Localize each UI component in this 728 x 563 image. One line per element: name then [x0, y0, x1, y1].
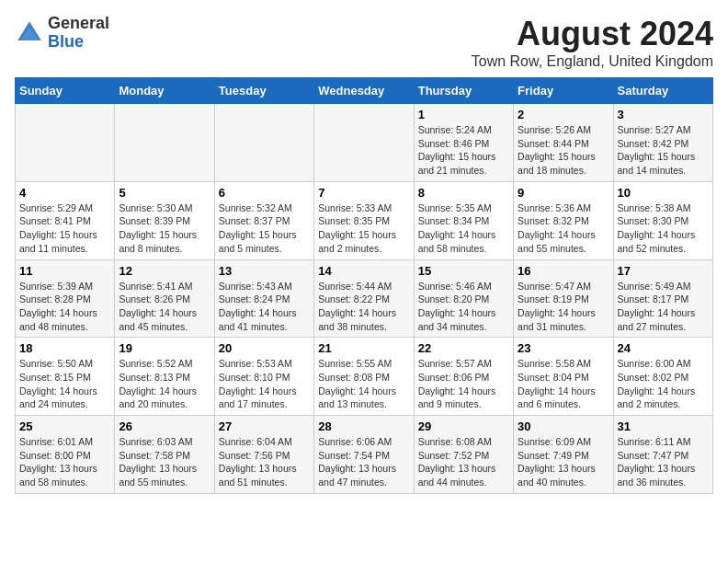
day-number: 15	[418, 264, 509, 278]
day-info: Sunrise: 5:27 AM Sunset: 8:42 PM Dayligh…	[618, 123, 709, 178]
logo-general-label: General	[48, 15, 109, 33]
calendar-row-3: 11Sunrise: 5:39 AM Sunset: 8:28 PM Dayli…	[16, 259, 713, 338]
day-info: Sunrise: 5:47 AM Sunset: 8:19 PM Dayligh…	[518, 280, 609, 334]
calendar-cell: 1Sunrise: 5:24 AM Sunset: 8:46 PM Daylig…	[414, 104, 513, 182]
page-header: General Blue August 2024 Town Row, Engla…	[15, 15, 713, 70]
logo-text: General Blue	[48, 15, 109, 52]
calendar-cell: 30Sunrise: 6:09 AM Sunset: 7:49 PM Dayli…	[514, 416, 613, 494]
day-number: 14	[318, 264, 409, 278]
calendar-cell: 19Sunrise: 5:52 AM Sunset: 8:13 PM Dayli…	[115, 338, 214, 416]
calendar-cell: 22Sunrise: 5:57 AM Sunset: 8:06 PM Dayli…	[414, 338, 513, 416]
day-info: Sunrise: 6:08 AM Sunset: 7:52 PM Dayligh…	[418, 435, 509, 489]
day-number: 8	[418, 186, 509, 200]
day-info: Sunrise: 5:41 AM Sunset: 8:26 PM Dayligh…	[119, 280, 210, 334]
day-number: 1	[418, 108, 509, 121]
day-number: 24	[618, 341, 709, 355]
calendar-row-2: 4Sunrise: 5:29 AM Sunset: 8:41 PM Daylig…	[16, 181, 713, 259]
day-info: Sunrise: 6:01 AM Sunset: 8:00 PM Dayligh…	[19, 435, 110, 489]
calendar-cell: 4Sunrise: 5:29 AM Sunset: 8:41 PM Daylig…	[16, 181, 115, 259]
day-info: Sunrise: 5:49 AM Sunset: 8:17 PM Dayligh…	[618, 280, 709, 334]
calendar-cell	[115, 104, 214, 182]
calendar-cell: 11Sunrise: 5:39 AM Sunset: 8:28 PM Dayli…	[16, 259, 115, 338]
day-info: Sunrise: 5:32 AM Sunset: 8:37 PM Dayligh…	[219, 201, 310, 256]
day-number: 17	[618, 264, 709, 278]
day-number: 19	[119, 341, 210, 355]
calendar-cell: 27Sunrise: 6:04 AM Sunset: 7:56 PM Dayli…	[214, 416, 313, 494]
day-number: 21	[318, 341, 409, 355]
calendar-cell: 26Sunrise: 6:03 AM Sunset: 7:58 PM Dayli…	[115, 416, 214, 494]
calendar-cell: 23Sunrise: 5:58 AM Sunset: 8:04 PM Dayli…	[514, 338, 613, 416]
day-number: 4	[19, 186, 110, 200]
title-area: August 2024 Town Row, England, United Ki…	[472, 15, 713, 70]
calendar-cell: 9Sunrise: 5:36 AM Sunset: 8:32 PM Daylig…	[514, 181, 613, 259]
day-number: 26	[119, 419, 210, 433]
logo-icon	[15, 18, 44, 48]
calendar-cell: 15Sunrise: 5:46 AM Sunset: 8:20 PM Dayli…	[414, 259, 513, 338]
calendar-cell: 7Sunrise: 5:33 AM Sunset: 8:35 PM Daylig…	[314, 181, 414, 259]
day-number: 9	[518, 186, 609, 200]
day-number: 10	[618, 186, 709, 200]
day-info: Sunrise: 5:33 AM Sunset: 8:35 PM Dayligh…	[318, 201, 409, 256]
calendar-cell: 2Sunrise: 5:26 AM Sunset: 8:44 PM Daylig…	[514, 104, 613, 182]
day-info: Sunrise: 5:55 AM Sunset: 8:08 PM Dayligh…	[318, 357, 409, 411]
day-info: Sunrise: 6:03 AM Sunset: 7:58 PM Dayligh…	[119, 435, 210, 489]
col-thursday: Thursday	[414, 78, 513, 104]
day-info: Sunrise: 5:44 AM Sunset: 8:22 PM Dayligh…	[318, 280, 409, 334]
calendar-cell: 17Sunrise: 5:49 AM Sunset: 8:17 PM Dayli…	[613, 259, 712, 338]
day-number: 23	[518, 341, 609, 355]
day-number: 25	[19, 419, 110, 433]
calendar-row-5: 25Sunrise: 6:01 AM Sunset: 8:00 PM Dayli…	[16, 416, 713, 494]
day-info: Sunrise: 5:38 AM Sunset: 8:30 PM Dayligh…	[618, 201, 709, 256]
col-wednesday: Wednesday	[314, 78, 414, 104]
day-number: 3	[618, 108, 709, 121]
day-info: Sunrise: 5:53 AM Sunset: 8:10 PM Dayligh…	[219, 357, 310, 411]
col-monday: Monday	[115, 78, 214, 104]
calendar-cell: 10Sunrise: 5:38 AM Sunset: 8:30 PM Dayli…	[613, 181, 712, 259]
calendar-cell: 18Sunrise: 5:50 AM Sunset: 8:15 PM Dayli…	[16, 338, 115, 416]
calendar-cell: 12Sunrise: 5:41 AM Sunset: 8:26 PM Dayli…	[115, 259, 214, 338]
day-number: 29	[418, 419, 509, 433]
day-number: 12	[119, 264, 210, 278]
calendar-cell: 16Sunrise: 5:47 AM Sunset: 8:19 PM Dayli…	[514, 259, 613, 338]
location-subtitle: Town Row, England, United Kingdom	[472, 53, 713, 70]
logo-blue-label: Blue	[48, 33, 109, 52]
calendar-cell: 8Sunrise: 5:35 AM Sunset: 8:34 PM Daylig…	[414, 181, 513, 259]
day-number: 13	[219, 264, 310, 278]
day-number: 30	[518, 419, 609, 433]
calendar-cell: 3Sunrise: 5:27 AM Sunset: 8:42 PM Daylig…	[613, 104, 712, 182]
day-number: 18	[19, 341, 110, 355]
calendar-cell	[314, 104, 414, 182]
calendar-cell: 14Sunrise: 5:44 AM Sunset: 8:22 PM Dayli…	[314, 259, 414, 338]
calendar-cell: 21Sunrise: 5:55 AM Sunset: 8:08 PM Dayli…	[314, 338, 414, 416]
day-info: Sunrise: 5:36 AM Sunset: 8:32 PM Dayligh…	[518, 201, 609, 256]
day-number: 20	[219, 341, 310, 355]
calendar-cell: 25Sunrise: 6:01 AM Sunset: 8:00 PM Dayli…	[16, 416, 115, 494]
calendar-row-4: 18Sunrise: 5:50 AM Sunset: 8:15 PM Dayli…	[16, 338, 713, 416]
day-info: Sunrise: 5:57 AM Sunset: 8:06 PM Dayligh…	[418, 357, 509, 411]
day-info: Sunrise: 5:26 AM Sunset: 8:44 PM Dayligh…	[518, 123, 609, 178]
day-number: 11	[19, 264, 110, 278]
calendar-cell: 29Sunrise: 6:08 AM Sunset: 7:52 PM Dayli…	[414, 416, 513, 494]
calendar-cell: 31Sunrise: 6:11 AM Sunset: 7:47 PM Dayli…	[613, 416, 712, 494]
day-info: Sunrise: 6:06 AM Sunset: 7:54 PM Dayligh…	[318, 435, 409, 489]
calendar-cell: 24Sunrise: 6:00 AM Sunset: 8:02 PM Dayli…	[613, 338, 712, 416]
day-number: 7	[318, 186, 409, 200]
day-number: 16	[518, 264, 609, 278]
col-sunday: Sunday	[16, 78, 115, 104]
month-year-title: August 2024	[472, 15, 713, 53]
calendar-header: Sunday Monday Tuesday Wednesday Thursday…	[16, 78, 713, 104]
day-info: Sunrise: 5:52 AM Sunset: 8:13 PM Dayligh…	[119, 357, 210, 411]
calendar-cell: 6Sunrise: 5:32 AM Sunset: 8:37 PM Daylig…	[214, 181, 313, 259]
calendar-body: 1Sunrise: 5:24 AM Sunset: 8:46 PM Daylig…	[16, 104, 713, 494]
col-saturday: Saturday	[613, 78, 712, 104]
day-info: Sunrise: 5:50 AM Sunset: 8:15 PM Dayligh…	[19, 357, 110, 411]
day-info: Sunrise: 5:43 AM Sunset: 8:24 PM Dayligh…	[219, 280, 310, 334]
day-info: Sunrise: 5:29 AM Sunset: 8:41 PM Dayligh…	[19, 201, 110, 256]
day-info: Sunrise: 6:09 AM Sunset: 7:49 PM Dayligh…	[518, 435, 609, 489]
day-number: 5	[119, 186, 210, 200]
day-number: 28	[318, 419, 409, 433]
day-number: 2	[518, 108, 609, 121]
day-info: Sunrise: 5:30 AM Sunset: 8:39 PM Dayligh…	[119, 201, 210, 256]
day-info: Sunrise: 5:39 AM Sunset: 8:28 PM Dayligh…	[19, 280, 110, 334]
calendar-cell: 13Sunrise: 5:43 AM Sunset: 8:24 PM Dayli…	[214, 259, 313, 338]
